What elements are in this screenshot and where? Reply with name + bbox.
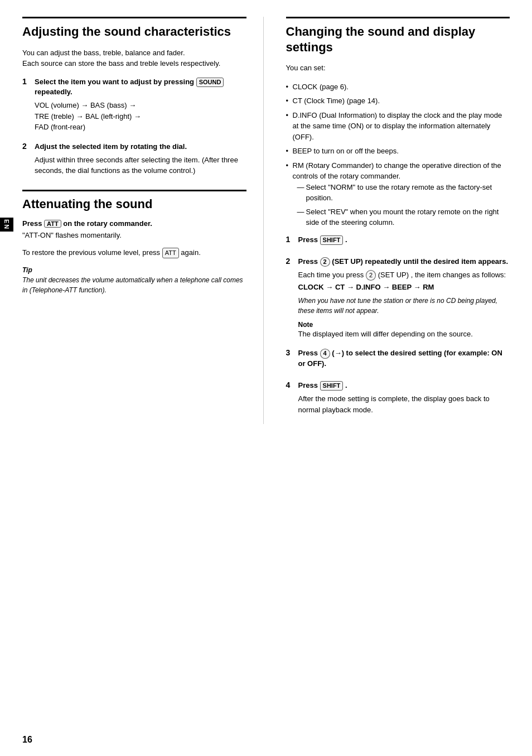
2-key-body: 2 [366, 270, 376, 281]
clock-flow: CLOCK → CT → D.INFO → BEEP → RM [298, 283, 510, 291]
bullet-rm-text: RM (Rotary Commander) to change the oper… [293, 161, 501, 181]
press-tail: on the rotary commander. [63, 219, 152, 228]
flow-line-2: TRE (treble) → BAL (left-right) → [35, 111, 246, 122]
restore-text-label: To restore the previous volume level, pr… [22, 248, 160, 257]
changing-step-4-heading: Press SHIFT . [298, 381, 510, 391]
press-text: Press [22, 219, 42, 228]
changing-step-3-num: 3 [286, 348, 298, 357]
changing-step-2: 2 Press 2 (SET UP) repeatedly until the … [286, 257, 510, 339]
changing-step-4-num: 4 [286, 381, 298, 389]
period-4: . [345, 381, 347, 389]
press-4-text: Press [298, 349, 318, 357]
4-key: 4 [320, 349, 330, 358]
step-1-heading-tail: repeatedly. [35, 88, 72, 96]
adjusting-step-2: 2 Adjust the selected item by rotating t… [22, 142, 246, 176]
att-on-text: "ATT-ON" flashes momentarily. [22, 230, 246, 241]
bullet-ct: CT (Clock Time) (page 14). [286, 95, 510, 107]
changing-step-1-num: 1 [286, 235, 298, 244]
right-column: Changing the sound and display settings … [280, 17, 510, 424]
settings-bullet-list: CLOCK (page 6). CT (Clock Time) (page 14… [286, 81, 510, 228]
step-2-content: Adjust the selected item by rotating the… [35, 142, 246, 176]
step2-heading-post: (SET UP) repeatedly until the desired it… [332, 257, 508, 266]
sound-key: SOUND [196, 78, 224, 87]
step-1-body: VOL (volume) → BAS (bass) → TRE (treble)… [35, 100, 246, 133]
att-key: ATT [44, 220, 61, 228]
changing-step-1: 1 Press SHIFT . [286, 235, 510, 248]
adjusting-section: Adjusting the sound characteristics You … [22, 17, 246, 176]
attenuating-title: Attenuating the sound [22, 197, 246, 211]
changing-step-3: 3 Press 4 (→) to select the desired sett… [286, 348, 510, 372]
shift-key-1: SHIFT [320, 235, 344, 245]
intro-line-1: You can adjust the bass, treble, balance… [22, 49, 185, 57]
flow-line-3: FAD (front-rear) [35, 122, 246, 133]
step-2-number: 2 [22, 142, 35, 151]
changing-step-2-content: Press 2 (SET UP) repeatedly until the de… [298, 257, 510, 339]
changing-step-4-body: After the mode setting is complete, the … [298, 393, 510, 415]
changing-step-1-content: Press SHIFT . [298, 235, 510, 248]
changing-step-4: 4 Press SHIFT . After the mode setting i… [286, 381, 510, 415]
changing-step-1-heading: Press SHIFT . [298, 235, 510, 245]
step-2-heading: Adjust the selected item by rotating the… [35, 142, 246, 152]
en-badge: EN [0, 218, 13, 232]
intro-line-2: Each source can store the bass and trebl… [22, 59, 220, 68]
att-press-line: Press ATT on the rotary commander. [22, 219, 246, 228]
restore-text: To restore the previous volume level, pr… [22, 247, 246, 258]
changing-step-3-heading: Press 4 (→) to select the desired settin… [298, 348, 510, 369]
changing-intro: You can set: [286, 62, 510, 74]
note-block: Note The displayed item will differ depe… [298, 320, 510, 340]
left-column: Adjusting the sound characteristics You … [22, 17, 264, 424]
body-intro: Each time you press [298, 271, 364, 279]
press-2-text: Press [298, 257, 318, 266]
bullet-clock: CLOCK (page 6). [286, 81, 510, 93]
2-key: 2 [320, 257, 330, 267]
adjusting-intro: You can adjust the bass, treble, balance… [22, 47, 246, 69]
adjusting-step-1: 1 Select the item you want to adjust by … [22, 77, 246, 133]
step-2-body: Adjust within three seconds after select… [35, 155, 246, 176]
changing-step-4-content: Press SHIFT . After the mode setting is … [298, 381, 510, 415]
flow-line-1: VOL (volume) → BAS (bass) → [35, 100, 246, 111]
body-kbd-label: (SET UP) [378, 271, 409, 279]
tip-body: The unit decreases the volume automatica… [22, 276, 243, 294]
italic-note: When you have not tune the station or th… [298, 296, 510, 316]
shift-key-2: SHIFT [320, 381, 344, 391]
sub-rev: Select "REV" when you mount the rotary r… [293, 206, 510, 228]
period-1: . [345, 235, 347, 244]
restore-tail: again. [181, 248, 200, 257]
press-shift-text: Press [298, 235, 318, 244]
step-1-content: Select the item you want to adjust by pr… [35, 77, 246, 133]
step-1-heading-text: Select the item you want to adjust by pr… [35, 78, 194, 86]
adjusting-title: Adjusting the sound characteristics [22, 17, 246, 40]
tip-label: Tip [22, 266, 32, 274]
step-1-heading: Select the item you want to adjust by pr… [35, 77, 246, 98]
tip-block: Tip The unit decreases the volume automa… [22, 265, 246, 295]
bullet-beep: BEEP to turn on or off the beeps. [286, 146, 510, 157]
changing-step-2-num: 2 [286, 257, 298, 266]
changing-step-2-body: Each time you press 2 (SET UP) , the ite… [298, 269, 510, 281]
att-key-2: ATT [162, 248, 179, 258]
note-body: The displayed item will differ depending… [298, 330, 473, 338]
bullet-dinfo: D.INFO (Dual Information) to display the… [286, 110, 510, 143]
bullet-rm: RM (Rotary Commander) to change the oper… [286, 160, 510, 228]
press-shift-4-text: Press [298, 381, 318, 389]
page: EN Adjusting the sound characteristics Y… [0, 0, 532, 756]
sub-norm: Select "NORM" to use the rotary remote a… [293, 182, 510, 204]
step-1-number: 1 [22, 77, 35, 86]
page-number: 16 [22, 735, 32, 745]
changing-step-3-content: Press 4 (→) to select the desired settin… [298, 348, 510, 372]
changing-step-2-heading: Press 2 (SET UP) repeatedly until the de… [298, 257, 510, 267]
attenuating-section: Attenuating the sound Press ATT on the r… [22, 190, 246, 295]
note-label: Note [298, 321, 313, 329]
body-tail: , the item changes as follows: [411, 271, 506, 279]
changing-title: Changing the sound and display settings [286, 17, 510, 55]
